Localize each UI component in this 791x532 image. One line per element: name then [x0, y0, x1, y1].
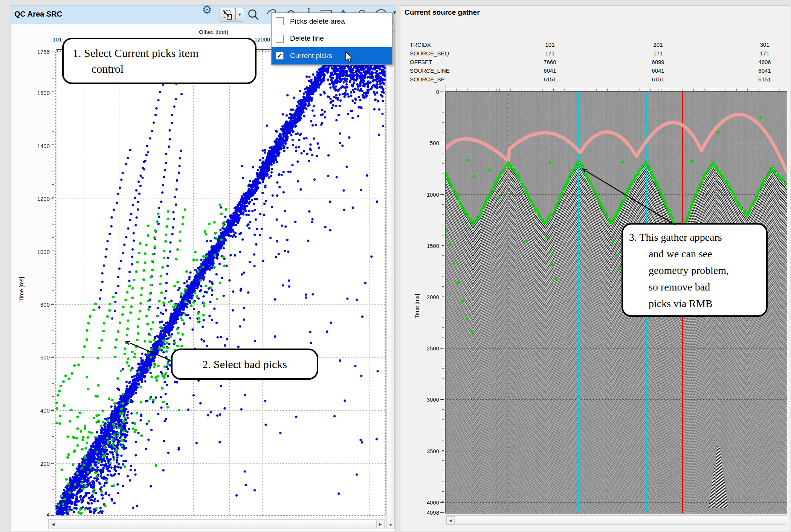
qc-scatter-plot[interactable] — [47, 43, 386, 519]
picks-options-popup: Picks delete areaDelete line✓Current pic… — [271, 12, 392, 65]
offset-axis-title: Offset [feet] — [199, 29, 228, 35]
offset-tick-label: 12000 — [254, 36, 270, 43]
header-row-value: 6041 — [544, 67, 556, 74]
header-row-label: SOURCE_SEQ — [410, 50, 449, 57]
zoom-icon[interactable] — [247, 8, 261, 22]
selection-mode-icon — [220, 8, 235, 22]
right-time-tick-label: 4000 — [427, 499, 439, 506]
header-row-label: SOURCE_SP — [410, 76, 445, 83]
header-row-value: 201 — [653, 41, 663, 48]
app-window: QC Area SRC ⚙ ▼ ▼ Offset [feet] Time [ms… — [0, 0, 791, 532]
left-time-tick-label: 1400 — [37, 143, 50, 149]
selection-dropdown-button[interactable]: ▼ — [235, 8, 244, 21]
popup-item-label: Picks delete area — [290, 17, 345, 26]
header-row-value: 101 — [545, 41, 554, 48]
qc-scroll-down-button[interactable]: ▼ — [386, 521, 395, 529]
callout-select-current-picks: 1. Select Current picks item control — [62, 38, 257, 84]
qc-vertical-scrollbar[interactable] — [386, 23, 395, 529]
popup-item-label: Current picks — [290, 52, 332, 60]
unchecked-checkbox-icon[interactable] — [276, 17, 284, 25]
right-time-tick-label: 2500 — [427, 345, 439, 352]
header-row-value: 171 — [545, 50, 554, 57]
left-time-tick-label: 600 — [40, 354, 50, 361]
right-time-tick-label: 3500 — [427, 448, 439, 454]
callout3-line4: so remove bad — [649, 279, 764, 295]
popup-item-delete-line[interactable]: Delete line — [272, 30, 392, 47]
gather-horizontal-scrollbar[interactable] — [446, 515, 787, 525]
callout-gather-geometry-problem: 3. This gather appears and we can see ge… — [622, 223, 768, 317]
left-time-tick-label: 200 — [40, 460, 50, 467]
callout3-line2: and we can see — [649, 246, 764, 262]
left-time-tick-label: 1200 — [37, 196, 50, 202]
popup-item-picks-delete-area[interactable]: Picks delete area — [272, 13, 392, 30]
selection-mode-button[interactable] — [220, 8, 235, 21]
popup-item-current-picks[interactable]: ✓Current picks — [272, 47, 392, 64]
header-row-value: 6041 — [652, 67, 664, 74]
callout-select-bad-picks: 2. Select bad picks — [171, 349, 318, 380]
right-time-axis-title: Time [ms] — [414, 294, 420, 318]
callout1-line1: 1. Select Current picks item — [73, 45, 251, 61]
header-row-value: 171 — [653, 50, 663, 57]
callout1-line2: control — [92, 61, 251, 77]
right-time-tick-label: 2000 — [427, 294, 439, 300]
gather-panel-title: Current source gather — [405, 8, 480, 17]
qc-scroll-right-button[interactable]: ▶ — [376, 520, 385, 528]
header-row-label: OFFSET — [410, 59, 432, 65]
header-row-value: 7660 — [544, 59, 556, 65]
settings-gear-icon[interactable]: ⚙ — [202, 3, 212, 16]
callout3-line3: geometry problem, — [649, 262, 764, 279]
checked-checkbox-icon[interactable]: ✓ — [276, 52, 284, 60]
right-time-tick-label: 0 — [436, 89, 439, 95]
header-row-value: 301 — [760, 41, 769, 48]
left-time-tick-label: 400 — [40, 407, 50, 414]
offset-tick-label: 101 — [52, 36, 62, 43]
unchecked-checkbox-icon[interactable] — [276, 35, 284, 43]
right-time-tick-label: 1500 — [427, 243, 439, 249]
qc-scroll-left-button[interactable]: ◀ — [49, 520, 57, 528]
left-time-tick-label: 1000 — [37, 249, 50, 255]
header-row-value: 6151 — [758, 76, 771, 83]
header-row-value: 6151 — [544, 76, 556, 83]
header-row-value: 6099 — [652, 59, 664, 65]
right-time-tick-label: 1000 — [427, 191, 439, 198]
left-time-tick-label: 800 — [40, 301, 50, 308]
qc-panel-title: QC Area SRC — [14, 10, 62, 18]
gather-scroll-left-button[interactable]: ◀ — [446, 516, 455, 524]
header-row-label: TRCIDX — [410, 41, 431, 48]
right-time-tick-label: 4098 — [427, 509, 439, 516]
qc-horizontal-scrollbar[interactable] — [48, 519, 385, 529]
callout3-line1: 3. This gather appears — [629, 229, 764, 246]
left-time-tick-label: 1756 — [37, 49, 50, 55]
popup-item-label: Delete line — [290, 34, 324, 43]
left-time-tick-label: 1600 — [37, 90, 50, 96]
header-row-value: 6041 — [758, 67, 771, 74]
header-row-value: 4606 — [758, 59, 771, 65]
header-row-value: 6151 — [652, 76, 664, 83]
callout2-text: 2. Select bad picks — [202, 358, 287, 370]
right-time-tick-label: 500 — [430, 140, 439, 146]
left-time-tick-label: 4 — [47, 511, 50, 518]
toolbar-caret-icon[interactable]: ▼ — [392, 10, 397, 15]
left-time-axis-title: Time [ms] — [18, 277, 24, 301]
right-time-tick-label: 3000 — [427, 396, 439, 403]
header-row-label: SOURCE_LINE — [410, 67, 450, 74]
callout3-line5: picks via RMB — [649, 295, 764, 312]
header-row-value: 171 — [760, 50, 769, 57]
